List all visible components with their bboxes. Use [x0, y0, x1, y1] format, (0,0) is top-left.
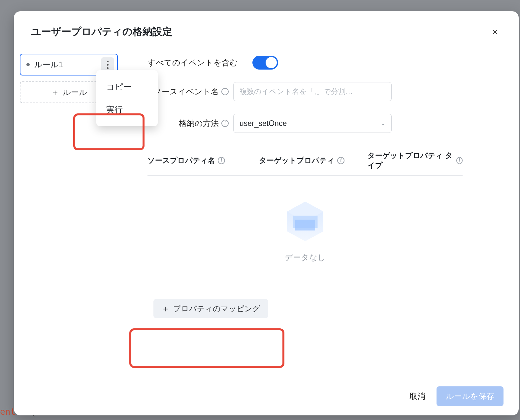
col-source-property: ソースプロパティ名 i	[147, 151, 246, 170]
menu-copy[interactable]: コピー	[96, 75, 158, 98]
col-target-property: ターゲットプロパティ i	[259, 151, 354, 170]
store-method-value: user_setOnce	[240, 119, 287, 128]
add-mapping-label: プロパティのマッピング	[173, 304, 260, 314]
svg-marker-3	[295, 220, 315, 231]
modal-title: ユーザープロパティの格納設定	[31, 25, 172, 39]
empty-state: データなし	[147, 199, 463, 263]
store-method-label: 格納の方法 i	[147, 118, 233, 129]
close-button[interactable]: ×	[488, 25, 502, 39]
store-method-select[interactable]: user_setOnce ⌄	[233, 114, 392, 133]
close-icon: ×	[492, 26, 498, 38]
plus-icon: ＋	[51, 87, 59, 98]
empty-illustration-icon	[280, 199, 330, 245]
rule-status-dot	[26, 63, 30, 66]
col-target-type: ターゲットプロパティ タイプ i	[368, 151, 463, 170]
include-all-toggle[interactable]	[252, 56, 278, 70]
rule-more-button[interactable]	[101, 57, 114, 72]
dots-icon	[107, 61, 109, 62]
rule-context-menu: コピー 実行	[96, 70, 158, 126]
cancel-button[interactable]: 取消	[409, 391, 425, 402]
main-panel: すべてのイベントを含む ソースイベント名 i 格納の方法 i	[118, 46, 502, 379]
mapping-table-head: ソースプロパティ名 i ターゲットプロパティ i ターゲットプロパティ タイプ …	[147, 145, 463, 176]
info-icon[interactable]: i	[337, 157, 344, 164]
info-icon[interactable]: i	[456, 157, 463, 164]
menu-run[interactable]: 実行	[96, 98, 158, 121]
add-mapping-button[interactable]: ＋ プロパティのマッピング	[153, 299, 268, 318]
empty-text: データなし	[285, 252, 326, 263]
add-rule-label: ルール	[63, 87, 87, 98]
rule-name: ルール1	[34, 59, 101, 70]
plus-icon: ＋	[161, 303, 170, 315]
modal: ユーザープロパティの格納設定 × ルール1 ＋ ルール コピー 実行	[14, 11, 519, 415]
include-all-label: すべてのイベントを含む	[147, 57, 243, 68]
modal-footer: 取消 ルールを保存	[14, 379, 519, 415]
chevron-down-icon: ⌄	[380, 120, 385, 127]
info-icon[interactable]: i	[221, 120, 229, 127]
source-event-input[interactable]	[233, 82, 392, 101]
toggle-knob	[266, 57, 277, 68]
save-button[interactable]: ルールを保存	[437, 386, 504, 406]
source-event-label: ソースイベント名 i	[147, 86, 233, 97]
info-icon[interactable]: i	[218, 157, 225, 164]
sidebar: ルール1 ＋ ルール コピー 実行	[17, 46, 118, 379]
info-icon[interactable]: i	[221, 88, 229, 95]
